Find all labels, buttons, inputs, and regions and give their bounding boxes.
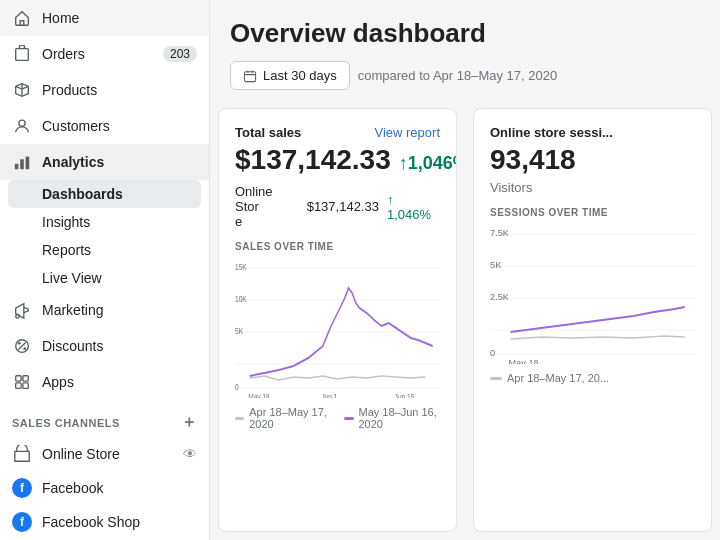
sidebar-sub-reports[interactable]: Reports [0, 236, 209, 264]
sidebar-item-apps[interactable]: Apps [0, 364, 209, 400]
analytics-icon [12, 152, 32, 172]
card1-change: ↑1,046% [399, 153, 457, 174]
facebook-shop-label: Facebook Shop [42, 514, 197, 530]
sidebar-discounts-label: Discounts [42, 338, 197, 354]
cards-row: Total sales View report $137,142.33 ↑1,0… [210, 100, 720, 540]
card2-legend-item: Apr 18–May 17, 20... [490, 372, 609, 384]
svg-point-5 [16, 315, 20, 319]
sales-channels-header: SALES CHANNELS ＋ [0, 400, 209, 437]
card2-title: Online store sessi... [490, 125, 613, 140]
svg-rect-13 [244, 71, 255, 81]
sidebar-sub-dashboards[interactable]: Dashboards [8, 180, 201, 208]
svg-text:7.5K: 7.5K [490, 228, 509, 238]
date-filter-row: Last 30 days compared to Apr 18–May 17, … [230, 61, 700, 90]
legend-dot-may [344, 417, 353, 420]
card2-legend: Apr 18–May 17, 20... [490, 372, 695, 384]
home-icon [12, 8, 32, 28]
page-title: Overview dashboard [230, 18, 700, 49]
sidebar-apps-label: Apps [42, 374, 197, 390]
svg-text:5K: 5K [235, 326, 244, 336]
card1-chart-label: SALES OVER TIME [235, 241, 440, 252]
sidebar-products-label: Products [42, 82, 197, 98]
sidebar-sub-insights[interactable]: Insights [0, 208, 209, 236]
svg-text:May 18: May 18 [248, 392, 270, 398]
svg-rect-12 [23, 383, 28, 388]
sidebar-channel-facebook-shop[interactable]: f Facebook Shop [0, 505, 209, 539]
sidebar-item-discounts[interactable]: Discounts [0, 328, 209, 364]
legend-item-may: May 18–Jun 16, 2020 [344, 406, 440, 430]
svg-text:0: 0 [490, 348, 495, 358]
card2-value-row: 93,418 [490, 144, 695, 176]
card1-title: Total sales [235, 125, 301, 140]
legend-label-apr: Apr 18–May 17, 2020 [249, 406, 330, 430]
sidebar-item-marketing[interactable]: Marketing [0, 292, 209, 328]
svg-text:Jun 15: Jun 15 [395, 392, 415, 398]
svg-text:2.5K: 2.5K [490, 292, 509, 302]
facebook-icon: f [12, 478, 32, 498]
date-range-button[interactable]: Last 30 days [230, 61, 350, 90]
svg-text:0: 0 [235, 382, 239, 392]
legend-item-apr: Apr 18–May 17, 2020 [235, 406, 330, 430]
facebook-shop-icon: f [12, 512, 32, 532]
card1-sub-label: Online Store [235, 184, 299, 229]
card1-sub-change: ↑ 1,046% [387, 192, 440, 222]
eye-icon[interactable]: 👁 [183, 446, 197, 462]
card1-legend: Apr 18–May 17, 2020 May 18–Jun 16, 2020 [235, 406, 440, 430]
legend-dot-apr [235, 417, 244, 420]
sidebar-orders-label: Orders [42, 46, 153, 62]
sidebar-channel-online-store[interactable]: Online Store 👁 [0, 437, 209, 471]
card2-chart-label: SESSIONS OVER TIME [490, 207, 695, 218]
card1-value-row: $137,142.33 ↑1,046% [235, 144, 440, 176]
card2-sub-label: Visitors [490, 180, 695, 195]
svg-rect-9 [16, 376, 21, 381]
svg-text:Jun 1: Jun 1 [321, 392, 337, 398]
orders-badge: 203 [163, 46, 197, 62]
date-compare-text: compared to Apr 18–May 17, 2020 [358, 68, 557, 83]
card1-subtitle-row: Online Store $137,142.33 ↑ 1,046% [235, 184, 440, 229]
sessions-chart: 7.5K 5K 2.5K 0 May 18 [490, 224, 695, 364]
sidebar-item-orders[interactable]: Orders 203 [0, 36, 209, 72]
total-sales-card: Total sales View report $137,142.33 ↑1,0… [218, 108, 457, 532]
main-content: Overview dashboard Last 30 days compared… [210, 0, 720, 540]
svg-rect-11 [16, 383, 21, 388]
svg-rect-4 [26, 157, 30, 170]
svg-text:5K: 5K [490, 260, 501, 270]
sidebar-item-analytics[interactable]: Analytics [0, 144, 209, 180]
calendar-icon [243, 69, 257, 83]
svg-text:10K: 10K [235, 294, 247, 304]
sidebar-marketing-label: Marketing [42, 302, 197, 318]
card2-legend-label: Apr 18–May 17, 20... [507, 372, 609, 384]
sidebar-home-label: Home [42, 10, 197, 26]
sidebar-sub-liveview[interactable]: Live View [0, 264, 209, 292]
svg-point-6 [18, 342, 21, 345]
sidebar-item-home[interactable]: Home [0, 0, 209, 36]
store-icon [12, 444, 32, 464]
card1-main-value: $137,142.33 [235, 144, 391, 176]
legend-label-may: May 18–Jun 16, 2020 [359, 406, 441, 430]
svg-rect-2 [15, 164, 19, 169]
sidebar-item-customers[interactable]: Customers [0, 108, 209, 144]
svg-text:15K: 15K [235, 262, 247, 272]
card2-main-value: 93,418 [490, 144, 576, 175]
card1-sub-val: $137,142.33 [307, 199, 379, 214]
discounts-icon [12, 336, 32, 356]
sidebar-analytics-label: Analytics [42, 154, 197, 170]
main-header: Overview dashboard Last 30 days compared… [210, 0, 720, 100]
add-sales-channel-icon[interactable]: ＋ [181, 412, 198, 433]
sidebar-customers-label: Customers [42, 118, 197, 134]
svg-text:May 18: May 18 [508, 358, 538, 364]
sidebar-channel-facebook[interactable]: f Facebook [0, 471, 209, 505]
apps-icon [12, 372, 32, 392]
card2-title-row: Online store sessi... [490, 125, 695, 140]
sidebar-item-products[interactable]: Products [0, 72, 209, 108]
facebook-label: Facebook [42, 480, 197, 496]
svg-rect-3 [20, 159, 24, 169]
sidebar: Home Orders 203 Products Customers Analy… [0, 0, 210, 540]
marketing-icon [12, 300, 32, 320]
svg-point-7 [23, 347, 26, 350]
view-report-link[interactable]: View report [374, 125, 440, 140]
sessions-card: Online store sessi... 93,418 Visitors SE… [473, 108, 712, 532]
sales-chart: 15K 10K 5K 0 May 18 Jun 1 Jun 15 [235, 258, 440, 398]
online-store-label: Online Store [42, 446, 173, 462]
customers-icon [12, 116, 32, 136]
